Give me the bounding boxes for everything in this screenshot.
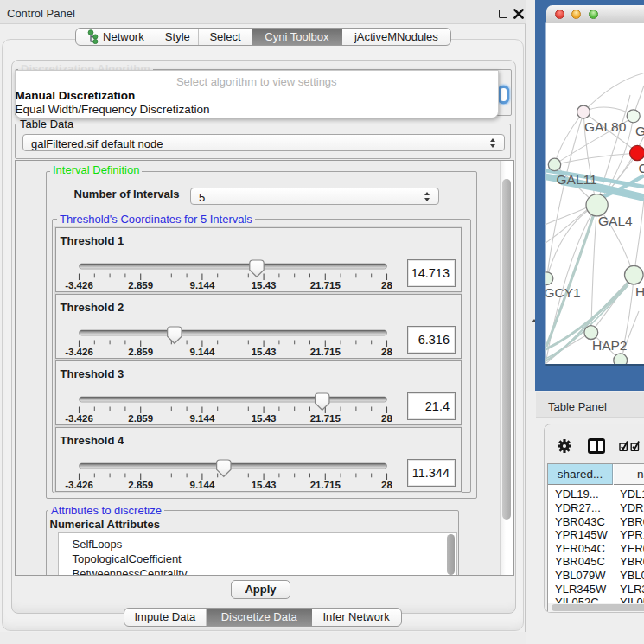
svg-text:-3.426: -3.426 <box>65 280 93 290</box>
svg-text:15.43: 15.43 <box>251 413 276 424</box>
svg-text:28: 28 <box>381 347 392 357</box>
svg-text:GAL80: GAL80 <box>584 119 627 134</box>
svg-text:9.144: 9.144 <box>189 280 214 290</box>
svg-text:GAL4: GAL4 <box>598 214 633 228</box>
svg-text:15.43: 15.43 <box>251 480 276 490</box>
svg-text:21.715: 21.715 <box>309 480 341 490</box>
svg-text:9.144: 9.144 <box>189 413 214 424</box>
svg-text:28: 28 <box>381 480 392 490</box>
svg-text:15.43: 15.43 <box>251 347 276 357</box>
svg-text:21.715: 21.715 <box>309 413 341 424</box>
svg-text:GAL11: GAL11 <box>557 172 597 187</box>
svg-text:C: C <box>639 161 644 175</box>
svg-text:21.715: 21.715 <box>309 280 341 290</box>
svg-text:H: H <box>635 284 644 299</box>
svg-text:28: 28 <box>381 413 392 424</box>
svg-text:GA: GA <box>635 124 644 138</box>
svg-text:9.144: 9.144 <box>189 480 214 490</box>
svg-text:15.43: 15.43 <box>251 280 276 290</box>
svg-text:-3.426: -3.426 <box>65 347 93 357</box>
svg-text:2.859: 2.859 <box>128 413 153 424</box>
svg-text:-3.426: -3.426 <box>65 413 93 424</box>
svg-text:-3.426: -3.426 <box>65 480 93 490</box>
svg-text:2.859: 2.859 <box>128 280 153 290</box>
svg-text:HAP2: HAP2 <box>592 338 628 353</box>
svg-text:21.715: 21.715 <box>309 347 341 357</box>
svg-text:GCY1: GCY1 <box>545 285 581 300</box>
svg-text:2.859: 2.859 <box>128 347 153 357</box>
svg-text:28: 28 <box>381 280 392 290</box>
svg-text:9.144: 9.144 <box>189 347 214 357</box>
svg-text:2.859: 2.859 <box>128 480 153 490</box>
